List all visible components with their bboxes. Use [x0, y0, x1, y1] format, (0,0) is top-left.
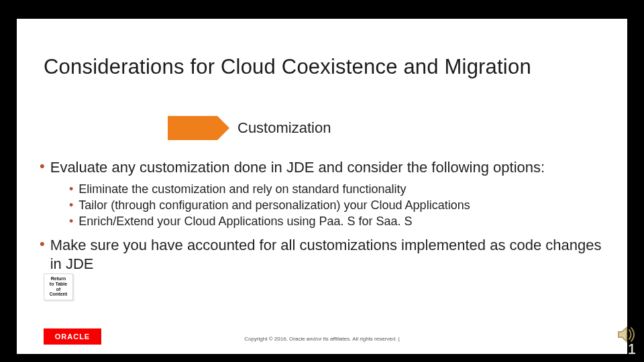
return-to-toc-button[interactable]: Return to Table of Content: [44, 274, 73, 300]
slide-stage: Considerations for Cloud Coexistence and…: [0, 0, 644, 362]
bullet-level2: • Tailor (through configuration and pers…: [69, 197, 604, 213]
badge-label: Customization: [229, 119, 343, 137]
bullet-level1: • Evaluate any customization done in JDE…: [40, 158, 604, 177]
bullet-text: Evaluate any customization done in JDE a…: [50, 158, 545, 177]
bullet-text: Tailor (through configuration and person…: [78, 197, 470, 213]
footer: ORACLE Copyright © 2016, Oracle and/or i…: [17, 320, 627, 354]
return-line: of: [46, 287, 71, 292]
page-number: 1: [628, 341, 636, 358]
bullet-dot-icon: •: [40, 236, 45, 273]
sub-bullets: • Eliminate the customization and rely o…: [69, 181, 604, 230]
bullet-level2: • Eliminate the customization and rely o…: [69, 181, 604, 197]
bullet-dot-icon: •: [69, 213, 73, 229]
copyright-text: Copyright © 2016, Oracle and/or its affi…: [17, 336, 627, 342]
bullet-text: Eliminate the customization and rely on …: [78, 181, 406, 197]
bullet-level1: • Make sure you have accounted for all c…: [40, 236, 604, 273]
return-line: to Table: [46, 282, 71, 287]
arrow-icon: [168, 116, 217, 140]
arrow-head-icon: [217, 116, 229, 140]
slide-panel: Considerations for Cloud Coexistence and…: [17, 19, 627, 354]
return-line: Content: [46, 292, 71, 297]
section-badge: Customization: [168, 116, 343, 140]
return-line: Return: [46, 276, 71, 282]
slide-body: • Evaluate any customization done in JDE…: [40, 158, 604, 277]
slide-title: Considerations for Cloud Coexistence and…: [44, 55, 600, 79]
bullet-dot-icon: •: [69, 181, 73, 197]
bullet-dot-icon: •: [40, 158, 45, 177]
bullet-dot-icon: •: [69, 197, 73, 213]
bullet-level2: • Enrich/Extend your Cloud Applications …: [69, 213, 604, 229]
bullet-text: Enrich/Extend your Cloud Applications us…: [78, 213, 412, 229]
bullet-text: Make sure you have accounted for all cus…: [50, 236, 604, 273]
